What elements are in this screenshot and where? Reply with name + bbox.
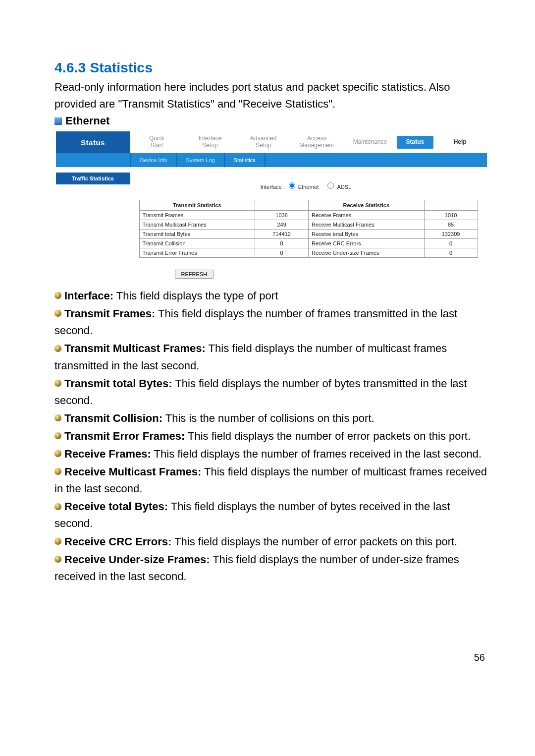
cell-tx-label: Transmit Error Frames — [139, 248, 255, 258]
cell-rx-value: 85 — [424, 220, 478, 230]
term: Transmit Frames: — [64, 307, 155, 320]
tab-quick-start[interactable]: Quick Start — [130, 133, 184, 152]
desc: This field displays the number of frames… — [151, 448, 482, 460]
cell-rx-label: Receive Multicast Frames — [308, 220, 424, 230]
table-row: Transmit Frames 1038 Receive Frames 1010 — [139, 211, 478, 220]
ethernet-subheading: Ethernet — [54, 115, 488, 127]
section-intro-text: Read-only information here includes port… — [54, 79, 488, 113]
table-row: Transmit Multicast Frames 249 Receive Mu… — [139, 220, 478, 230]
col-receive-value — [424, 200, 478, 211]
cell-rx-value: 0 — [424, 239, 478, 248]
cell-tx-value: 0 — [255, 239, 309, 248]
desc: This field displays the type of port — [113, 290, 278, 302]
col-transmit-value — [255, 200, 309, 211]
sphere-bullet-icon — [54, 538, 61, 545]
desc: This field displays the number of error … — [171, 535, 457, 548]
term: Transmit Multicast Frames: — [64, 342, 206, 354]
square-bullet-icon — [54, 117, 62, 125]
cell-rx-label: Receive Under-size Frames — [308, 248, 424, 258]
tab-status[interactable]: Status — [397, 136, 433, 149]
cell-tx-label: Transmit total Bytes — [139, 230, 255, 239]
cell-tx-value: 714412 — [255, 230, 309, 239]
term: Receive Frames: — [64, 448, 151, 460]
col-transmit-statistics: Transmit Statistics — [139, 200, 255, 211]
cell-tx-label: Transmit Collision — [139, 239, 255, 248]
sphere-bullet-icon — [54, 556, 61, 563]
cell-tx-label: Transmit Multicast Frames — [139, 220, 255, 230]
term: Interface: — [64, 290, 113, 302]
cell-rx-label: Receive Frames — [308, 211, 424, 220]
term: Receive Under-size Frames: — [64, 553, 210, 566]
cell-tx-value: 249 — [255, 220, 309, 230]
cell-rx-value: 1010 — [424, 211, 478, 220]
refresh-button[interactable]: REFRESH — [175, 270, 214, 279]
sphere-bullet-icon — [54, 292, 61, 299]
cell-rx-value: 132309 — [424, 230, 478, 239]
radio-adsl-label: ADSL — [337, 184, 351, 190]
tab-access-mgmt[interactable]: Access Management — [290, 133, 344, 152]
table-row: Transmit Collision 0 Receive CRC Errors … — [139, 239, 478, 248]
cell-tx-value: 0 — [255, 248, 309, 258]
term: Receive total Bytes: — [64, 500, 168, 513]
traffic-statistics-side-header: Traffic Statistics — [56, 172, 130, 184]
term: Transmit Collision: — [64, 412, 162, 424]
term: Receive CRC Errors: — [64, 535, 171, 548]
cell-tx-value: 1038 — [255, 211, 309, 220]
tab-advanced-setup[interactable]: Advanced Setup — [237, 133, 290, 152]
radio-ethernet[interactable] — [289, 182, 295, 189]
radio-ethernet-label: Ethernet — [298, 184, 319, 190]
sphere-bullet-icon — [54, 414, 61, 421]
sphere-bullet-icon — [54, 468, 61, 475]
term: Transmit total Bytes: — [64, 377, 172, 390]
cell-rx-label: Receive CRC Errors — [308, 239, 424, 248]
sphere-bullet-icon — [54, 503, 61, 510]
ethernet-label: Ethernet — [65, 115, 109, 127]
desc: This is the number of collisions on this… — [162, 412, 374, 424]
desc: This field displays the number of error … — [185, 430, 471, 442]
interface-label: Interface : — [261, 184, 285, 190]
table-row: Transmit total Bytes 714412 Receive tota… — [139, 230, 478, 239]
section-heading: 4.6.3 Statistics — [54, 59, 488, 76]
statistics-table: Transmit Statistics Receive Statistics T… — [139, 200, 478, 258]
sphere-bullet-icon — [54, 380, 61, 387]
tab-help[interactable]: Help — [433, 136, 487, 148]
sphere-bullet-icon — [54, 310, 61, 317]
col-receive-statistics: Receive Statistics — [308, 200, 424, 211]
explanations-list: Interface: This field displays the type … — [54, 288, 488, 585]
table-row: Transmit Error Frames 0 Receive Under-si… — [139, 248, 478, 258]
term: Receive Multicast Frames: — [64, 465, 201, 478]
tab-interface-setup[interactable]: Interface Setup — [183, 133, 237, 152]
cell-rx-value: 0 — [424, 248, 478, 258]
tab-maintenance[interactable]: Maintenance — [343, 136, 397, 148]
cell-rx-label: Receive total Bytes — [308, 230, 424, 239]
sphere-bullet-icon — [54, 432, 61, 439]
subtab-statistics[interactable]: Statistics — [225, 153, 266, 167]
interface-selector: Interface : Ethernet ADSL — [139, 181, 478, 190]
status-heading: Status — [56, 131, 130, 153]
radio-adsl[interactable] — [327, 182, 334, 189]
router-status-panel: Status Quick Start Interface Setup Advan… — [56, 131, 487, 279]
sphere-bullet-icon — [54, 345, 61, 352]
subtab-device-info[interactable]: Device Info — [130, 153, 177, 167]
term: Transmit Error Frames: — [64, 430, 185, 442]
subtab-system-log[interactable]: System Log — [177, 153, 225, 167]
page-number: 56 — [54, 652, 488, 663]
sphere-bullet-icon — [54, 450, 61, 457]
cell-tx-label: Transmit Frames — [139, 211, 255, 220]
